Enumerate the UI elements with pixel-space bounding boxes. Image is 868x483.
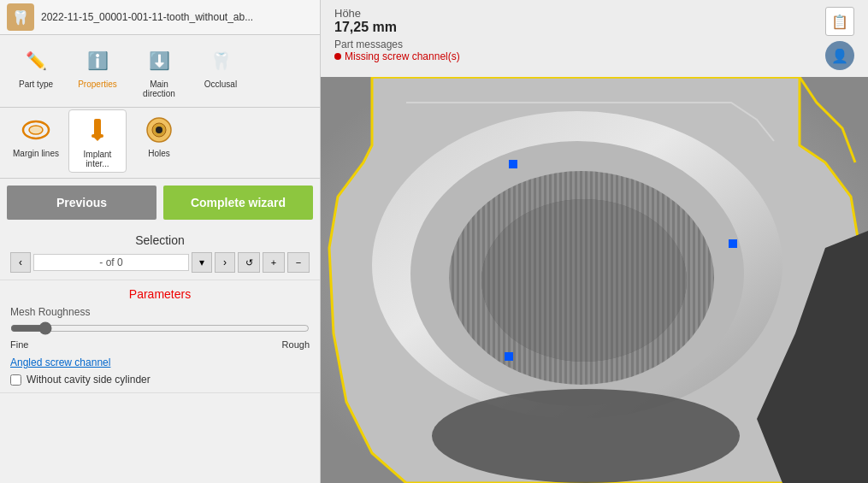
- mesh-roughness-slider-row: Fine Rough: [10, 321, 310, 350]
- parameters-section: Parameters Mesh Roughness Fine Rough Ang…: [0, 280, 320, 393]
- selection-section: Selection ‹ - of 0 ▾ › ↺ + −: [0, 227, 320, 280]
- selection-controls: ‹ - of 0 ▾ › ↺ + −: [10, 252, 310, 273]
- previous-button[interactable]: Previous: [7, 186, 156, 220]
- slider-labels: Fine Rough: [10, 339, 310, 350]
- title-bar: 🦷 2022-11-15_00001-001-11-tooth_without_…: [0, 0, 320, 35]
- mesh-roughness-label: Mesh Roughness: [10, 306, 310, 318]
- tool-main-direction[interactable]: ⬇️ Main direction: [130, 40, 188, 102]
- selection-remove-button[interactable]: −: [287, 252, 310, 273]
- fine-label: Fine: [10, 339, 28, 350]
- error-message: Missing screw channel(s): [334, 50, 460, 62]
- holes-label: Holes: [148, 149, 170, 158]
- tool-part-type[interactable]: ✏️ Part type: [7, 40, 65, 102]
- part-type-label: Part type: [19, 80, 53, 89]
- tool-implant-inter[interactable]: Implant inter...: [68, 109, 127, 173]
- info-left: Höhe 17,25 mm Part messages Missing scre…: [334, 7, 460, 62]
- svg-marker-4: [92, 136, 103, 141]
- occlusal-label: Occlusal: [204, 80, 237, 89]
- left-panel: 🦷 2022-11-15_00001-001-11-tooth_without_…: [0, 0, 321, 483]
- error-text: Missing screw channel(s): [345, 50, 460, 62]
- mesh-roughness-slider[interactable]: [10, 321, 310, 335]
- selection-title: Selection: [10, 233, 310, 247]
- svg-point-1: [29, 126, 43, 134]
- avatar-button[interactable]: 👤: [825, 41, 854, 70]
- error-dot: [334, 53, 341, 60]
- tool-occlusal[interactable]: 🦷 Occlusal: [192, 40, 250, 102]
- clipboard-button[interactable]: 📋: [825, 7, 854, 36]
- svg-point-16: [432, 389, 740, 483]
- main-direction-label: Main direction: [133, 80, 185, 98]
- occlusal-icon: 🦷: [204, 44, 238, 78]
- without-cavity-cylinder-row: Without cavity side cylinder: [10, 374, 310, 386]
- canvas-3d[interactable]: [321, 77, 868, 483]
- implant-inter-icon: [80, 114, 115, 148]
- margin-lines-icon: [19, 113, 53, 147]
- tool-holes[interactable]: Holes: [130, 109, 188, 173]
- angled-screw-channel-link[interactable]: Angled screw channel: [10, 356, 310, 368]
- tool-margin-lines[interactable]: Margin lines: [7, 109, 65, 173]
- right-panel: Höhe 17,25 mm Part messages Missing scre…: [321, 0, 868, 483]
- rough-label: Rough: [282, 339, 310, 350]
- svg-point-15: [481, 199, 687, 362]
- without-cavity-cylinder-checkbox[interactable]: [10, 374, 21, 386]
- info-panel: Höhe 17,25 mm Part messages Missing scre…: [321, 0, 868, 78]
- margin-lines-label: Margin lines: [13, 149, 59, 158]
- selection-add-button[interactable]: +: [263, 252, 285, 273]
- part-messages: Part messages Missing screw channel(s): [334, 38, 460, 62]
- svg-point-7: [156, 127, 162, 133]
- selection-next-button[interactable]: ›: [215, 252, 235, 273]
- height-label: Höhe: [334, 7, 460, 20]
- button-row: Previous Complete wizard: [0, 179, 320, 227]
- main-direction-icon: ⬇️: [142, 44, 176, 78]
- without-cavity-cylinder-label: Without cavity side cylinder: [27, 374, 151, 386]
- selection-prev-button[interactable]: ‹: [10, 252, 31, 273]
- properties-label: Properties: [78, 80, 117, 89]
- tooth-icon: 🦷: [7, 3, 34, 31]
- part-messages-title: Part messages: [334, 38, 460, 50]
- tool-properties[interactable]: ℹ️ Properties: [68, 40, 127, 102]
- selection-dropdown-button[interactable]: ▾: [192, 252, 212, 273]
- selection-counter: - of 0: [33, 254, 189, 271]
- toolbar-row2: Margin lines Implant inter... Holes: [0, 108, 320, 179]
- svg-rect-18: [729, 239, 737, 248]
- selection-undo-button[interactable]: ↺: [238, 252, 260, 273]
- toolbar-row1: ✏️ Part type ℹ️ Properties ⬇️ Main direc…: [0, 35, 320, 108]
- complete-wizard-button[interactable]: Complete wizard: [163, 186, 313, 220]
- info-right: 📋 👤: [825, 7, 854, 70]
- svg-rect-17: [509, 160, 517, 168]
- holes-icon: [142, 113, 176, 147]
- properties-icon: ℹ️: [80, 44, 115, 78]
- part-type-icon: ✏️: [19, 44, 53, 78]
- parameters-title: Parameters: [10, 287, 310, 301]
- mesh-roughness-slider-container: [10, 321, 310, 338]
- svg-rect-19: [505, 352, 513, 361]
- height-value: 17,25 mm: [334, 20, 460, 35]
- implant-inter-label: Implant inter...: [73, 150, 122, 168]
- file-title: 2022-11-15_00001-001-11-tooth_without_ab…: [41, 11, 253, 23]
